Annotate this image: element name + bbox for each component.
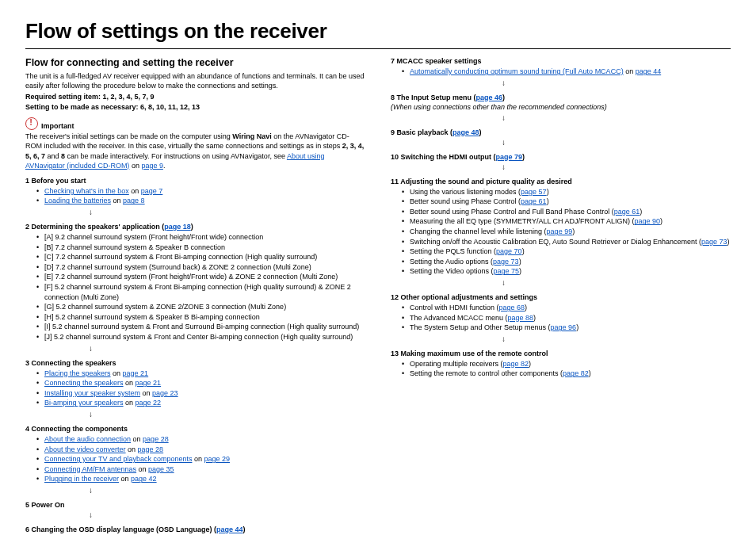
list-item: Setting the remote to control other comp… xyxy=(402,369,731,379)
list-item: [B] 7.2 channel surround system & Speake… xyxy=(36,243,365,253)
down-arrow-icon: ↓ xyxy=(89,208,365,216)
list-item: [C] 7.2 channel surround system & Front … xyxy=(36,252,365,262)
list-item: Connecting your TV and playback componen… xyxy=(36,454,365,464)
step-7-head: 7 MCACC speaker settings xyxy=(391,57,731,65)
down-arrow-icon: ↓ xyxy=(502,278,731,287)
list-item: Connecting the speakers on page 21 xyxy=(36,378,365,388)
down-arrow-icon: ↓ xyxy=(89,410,365,418)
intro-text: The unit is a full-fledged AV receiver e… xyxy=(25,71,365,90)
list-item: Measuring the all EQ type (SYMMETRY/ALL … xyxy=(402,216,731,227)
list-item: [E] 7.2 channel surround system (Front h… xyxy=(36,272,365,282)
page-link[interactable]: page 82 xyxy=(503,360,529,368)
page-link[interactable]: page 22 xyxy=(136,399,162,407)
link[interactable]: Automatically conducting optimum sound t… xyxy=(410,67,624,75)
page-link[interactable]: page 61 xyxy=(521,197,547,205)
content-columns: Flow for connecting and setting the rece… xyxy=(25,57,731,535)
step-11-list: Using the various listening modes (page … xyxy=(402,187,731,277)
link[interactable]: Loading the batteries xyxy=(44,197,111,204)
list-item: [G] 5.2 channel surround system & ZONE 2… xyxy=(36,302,365,312)
step-4-head: 4 Connecting the components xyxy=(25,425,365,433)
step-1-head: 1 Before you start xyxy=(25,177,365,185)
page-link[interactable]: page 44 xyxy=(636,67,662,75)
link[interactable]: Checking what's in the box xyxy=(44,187,129,195)
list-item: Setting the PQLS function (page 70) xyxy=(402,246,731,257)
list-item: [F] 5.2 channel surround system & Front … xyxy=(36,282,365,302)
list-item: Bi-amping your speakers on page 22 xyxy=(36,398,365,408)
list-item: Plugging in the receiver on page 42 xyxy=(36,474,365,484)
step-5-head: 5 Power On xyxy=(25,501,365,509)
page-link[interactable]: page 35 xyxy=(148,465,174,473)
page-link[interactable]: page 18 xyxy=(164,223,191,231)
link[interactable]: Placing the speakers xyxy=(44,369,111,377)
page-link[interactable]: page 46 xyxy=(476,94,503,101)
step-2-head: 2 Determining the speakers' application … xyxy=(25,223,365,231)
list-item: Checking what's in the box on page 7 xyxy=(36,186,365,197)
list-item: [J] 5.2 channel surround system & Front … xyxy=(36,332,365,342)
down-arrow-icon: ↓ xyxy=(502,334,731,343)
page-link[interactable]: page 29 xyxy=(204,455,230,463)
page-link[interactable]: page 90 xyxy=(634,217,660,225)
link[interactable]: Connecting the speakers xyxy=(44,379,124,387)
list-item: Better sound using Phase Control (page 6… xyxy=(402,197,731,207)
page-link[interactable]: page 42 xyxy=(131,475,157,483)
step-10-head: 10 Switching the HDMI output (page 79) xyxy=(391,153,731,161)
page-link[interactable]: page 61 xyxy=(614,208,640,216)
down-arrow-icon: ↓ xyxy=(502,78,731,87)
list-item: [I] 5.2 channel surround system & Front … xyxy=(36,322,365,332)
page-link[interactable]: page 82 xyxy=(563,369,589,377)
step-12-list: Control with HDMI function (page 68) The… xyxy=(402,303,731,333)
page-link[interactable]: page 73 xyxy=(493,258,519,266)
step-8-head: 8 The Input Setup menu (page 46) xyxy=(391,94,731,101)
down-arrow-icon: ↓ xyxy=(89,486,365,495)
page-link[interactable]: page 57 xyxy=(521,188,547,196)
page-link[interactable]: page 28 xyxy=(143,435,169,443)
list-item: Switching on/off the Acoustic Calibratio… xyxy=(402,237,731,247)
list-item: The System Setup and Other Setup menus (… xyxy=(402,323,731,333)
page-link[interactable]: page 79 xyxy=(496,153,523,161)
link[interactable]: Connecting your TV and playback componen… xyxy=(44,455,192,463)
important-icon xyxy=(25,117,38,130)
down-arrow-icon: ↓ xyxy=(502,162,731,171)
down-arrow-icon: ↓ xyxy=(502,138,731,147)
list-item: Connecting AM/FM antennas on page 35 xyxy=(36,464,365,475)
list-item: Setting the Audio options (page 73) xyxy=(402,257,731,267)
list-item: Automatically conducting optimum sound t… xyxy=(402,67,731,77)
list-item: Setting the Video options (page 75) xyxy=(402,266,731,277)
link[interactable]: Connecting AM/FM antennas xyxy=(44,465,136,473)
page-link[interactable]: page 8 xyxy=(123,197,145,204)
list-item: About the audio connection on page 28 xyxy=(36,434,365,445)
step-9-head: 9 Basic playback (page 48) xyxy=(391,128,731,136)
page-title: Flow of settings on the receiver xyxy=(25,19,731,44)
page-link[interactable]: page 23 xyxy=(152,389,178,397)
page-link[interactable]: page 21 xyxy=(123,369,149,377)
important-text: The receiver's initial settings can be m… xyxy=(25,132,365,170)
link[interactable]: Plugging in the receiver xyxy=(44,475,119,483)
down-arrow-icon: ↓ xyxy=(89,344,365,353)
page-link[interactable]: page 96 xyxy=(551,323,577,331)
list-item: [D] 7.2 channel surround system (Surroun… xyxy=(36,262,365,273)
down-arrow-icon: ↓ xyxy=(89,510,365,519)
title-rule xyxy=(25,48,731,49)
page-link[interactable]: page 44 xyxy=(216,525,243,533)
step-13-head: 13 Making maximum use of the remote cont… xyxy=(391,350,731,357)
page-link[interactable]: page 7 xyxy=(141,187,163,195)
link[interactable]: Bi-amping your speakers xyxy=(44,399,124,407)
down-arrow-icon: ↓ xyxy=(502,113,731,122)
page-link[interactable]: page 68 xyxy=(499,304,525,311)
list-item: Changing the channel level while listeni… xyxy=(402,227,731,237)
page-link[interactable]: page 70 xyxy=(496,247,522,255)
list-item: Loading the batteries on page 8 xyxy=(36,196,365,206)
link[interactable]: About the audio connection xyxy=(44,435,131,443)
page-link[interactable]: page 9 xyxy=(141,162,163,170)
page-link[interactable]: page 99 xyxy=(547,227,573,235)
page-link[interactable]: page 21 xyxy=(136,379,162,387)
link[interactable]: Installing your speaker system xyxy=(44,389,140,397)
step-13-list: Operating multiple receivers (page 82) S… xyxy=(402,359,731,379)
list-item: [H] 5.2 channel surround system & Speake… xyxy=(36,312,365,323)
page-link[interactable]: page 48 xyxy=(452,128,479,136)
page-link[interactable]: page 73 xyxy=(701,238,727,246)
page-link[interactable]: page 88 xyxy=(508,314,534,322)
page-link[interactable]: page 75 xyxy=(493,267,519,275)
page-link[interactable]: page 28 xyxy=(138,445,164,453)
link[interactable]: About the video converter xyxy=(44,445,126,453)
